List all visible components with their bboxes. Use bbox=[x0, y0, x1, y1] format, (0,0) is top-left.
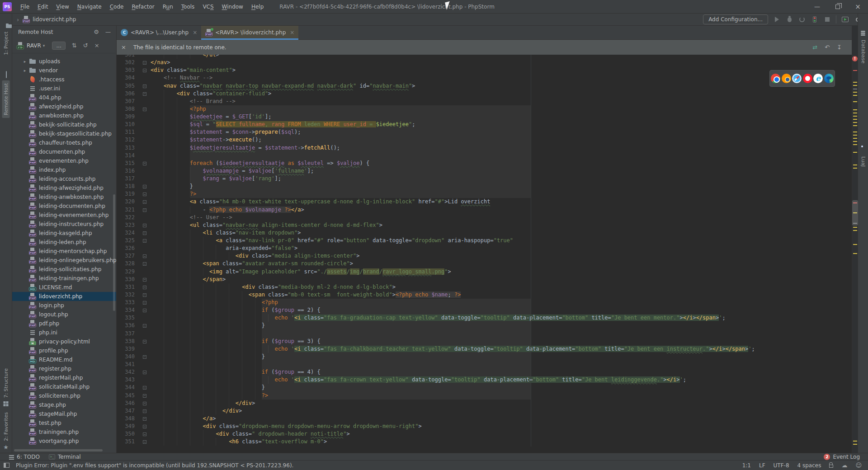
tree-item-leiding-sollicitaties.php[interactable]: PHPleiding-sollicitaties.php bbox=[12, 265, 116, 274]
line-number[interactable]: 307 bbox=[117, 98, 135, 105]
line-number[interactable]: 339 bbox=[117, 345, 135, 353]
stripe-mark[interactable] bbox=[853, 152, 857, 153]
code-text[interactable]: <!-- Brand --> bbox=[151, 98, 852, 105]
code-line[interactable]: 333 <?php bbox=[117, 299, 852, 306]
tree-item-profile.php[interactable]: PHPprofile.php bbox=[12, 346, 116, 355]
line-number[interactable]: 302 bbox=[117, 59, 135, 66]
code-line[interactable]: 331 <div class="media-body ml-2 d-none d… bbox=[117, 283, 852, 291]
fold-icon[interactable] bbox=[143, 309, 146, 312]
code-text[interactable]: <a class="nav-link pr-0" href="#" role="… bbox=[151, 237, 852, 244]
line-number[interactable]: 350 bbox=[117, 430, 135, 438]
tree-item-index.php[interactable]: PHPindex.php bbox=[12, 165, 116, 174]
stripe-mark[interactable] bbox=[853, 122, 857, 123]
code-text[interactable]: <?php bbox=[151, 105, 852, 113]
code-text[interactable]: ?> bbox=[151, 190, 852, 198]
fold-icon[interactable] bbox=[143, 92, 146, 96]
code-text[interactable]: $statement->execute(); bbox=[151, 136, 852, 144]
close-panel-button[interactable]: × bbox=[94, 42, 99, 49]
line-number[interactable]: 316 bbox=[117, 167, 135, 175]
tree-item-test.php[interactable]: PHPtest.php bbox=[12, 418, 116, 428]
stripe-tab-luaj[interactable]: LuaJ bbox=[860, 156, 866, 167]
tree-item-leiding-kasgeld.php[interactable]: PHPleiding-kasgeld.php bbox=[12, 229, 116, 238]
fold-icon[interactable] bbox=[143, 371, 146, 374]
tree-item-afwezigheid.php[interactable]: PHPafwezigheid.php bbox=[12, 102, 116, 111]
chrome-icon[interactable] bbox=[771, 74, 780, 83]
line-number[interactable]: 315 bbox=[117, 160, 135, 167]
line-number[interactable]: 303 bbox=[117, 66, 135, 74]
code-text[interactable]: </nav> bbox=[151, 59, 852, 66]
lock-icon[interactable] bbox=[829, 465, 833, 468]
code-line[interactable]: 342 if ($group == 4) { bbox=[117, 368, 852, 376]
fold-icon[interactable] bbox=[143, 200, 146, 204]
line-number[interactable]: 310 bbox=[117, 121, 135, 128]
tree-item-stage.php[interactable]: PHPstage.php bbox=[12, 400, 116, 409]
tree-item-chauffeur-toets.php[interactable]: PHPchauffeur-toets.php bbox=[12, 138, 116, 147]
line-number[interactable]: 324 bbox=[117, 229, 135, 237]
close-tab-icon[interactable]: × bbox=[290, 29, 294, 36]
code-text[interactable]: } bbox=[151, 353, 852, 361]
run-button[interactable] bbox=[773, 15, 781, 24]
chevron-down-icon[interactable]: ▾ bbox=[43, 43, 45, 48]
code-line[interactable]: 329 <img alt="Image placeholder" src="./… bbox=[117, 268, 852, 276]
debug-button[interactable] bbox=[785, 15, 793, 24]
code-line[interactable]: 345 ?> bbox=[117, 392, 852, 400]
event-log-tab[interactable]: 2 Event Log bbox=[824, 454, 868, 460]
line-number[interactable]: 330 bbox=[117, 276, 135, 283]
fold-icon[interactable] bbox=[143, 355, 146, 359]
line-number[interactable]: 326 bbox=[117, 244, 135, 252]
file-errors-indicator[interactable]: ! bbox=[852, 56, 858, 61]
stripe-tab-favorites[interactable]: 2: Favorites bbox=[3, 412, 9, 441]
code-line[interactable]: 319 ?> bbox=[117, 190, 852, 198]
code-text[interactable]: } bbox=[151, 322, 852, 329]
stripe-mark[interactable] bbox=[853, 89, 857, 89]
line-number[interactable]: 340 bbox=[117, 353, 135, 361]
caret-position[interactable]: 1:1 bbox=[742, 462, 751, 469]
line-number[interactable]: 301 bbox=[117, 55, 135, 59]
code-text[interactable]: aria-expanded="false"> bbox=[151, 244, 852, 252]
tree-item-registerMail.php[interactable]: PHPregisterMail.php bbox=[12, 373, 116, 382]
code-line[interactable]: 304 <!-- Navbar --> bbox=[117, 74, 852, 82]
line-number[interactable]: 328 bbox=[117, 260, 135, 268]
code-text[interactable]: </span> bbox=[151, 276, 852, 283]
code-text[interactable]: </div> bbox=[151, 400, 852, 407]
close-tab-icon[interactable]: × bbox=[193, 29, 197, 36]
stop-button[interactable] bbox=[823, 15, 831, 24]
code-text[interactable]: } bbox=[151, 183, 852, 190]
code-line[interactable]: 348 </a> bbox=[117, 415, 852, 423]
fold-icon[interactable] bbox=[143, 162, 146, 165]
fold-icon[interactable] bbox=[143, 224, 146, 227]
todo-tab[interactable]: 6: TODO bbox=[9, 454, 40, 460]
line-separator[interactable]: LF bbox=[759, 462, 765, 469]
code-text[interactable]: <span class="mb-0 text-sm font-weight-bo… bbox=[151, 291, 852, 299]
stripe-mark[interactable] bbox=[853, 230, 857, 231]
close-button[interactable]: × bbox=[848, 0, 868, 14]
line-number[interactable]: 338 bbox=[117, 338, 135, 345]
line-number[interactable]: 325 bbox=[117, 237, 135, 244]
code-text[interactable]: echo '<i class="fas fa-chalkboard-teache… bbox=[151, 345, 852, 353]
browse-server-button[interactable]: ... bbox=[52, 42, 65, 50]
download-icon[interactable]: ↧ bbox=[837, 44, 842, 51]
code-line[interactable]: 309 $iedeetjee = $_GET['id']; bbox=[117, 113, 852, 121]
code-line[interactable]: 332 <span class="mb-0 text-sm font-weigh… bbox=[117, 291, 852, 299]
stripe-mark[interactable] bbox=[853, 244, 857, 245]
code-line[interactable]: 326 aria-expanded="false"> bbox=[117, 244, 852, 252]
line-number[interactable]: 313 bbox=[117, 144, 135, 152]
code-text[interactable]: <!-- User --> bbox=[151, 214, 852, 221]
code-text[interactable]: if ($group == 3) { bbox=[151, 338, 852, 345]
sync-icon[interactable]: ⇄ bbox=[812, 44, 817, 51]
line-number[interactable]: 327 bbox=[117, 252, 135, 260]
add-configuration-button[interactable]: Add Configuration... bbox=[703, 14, 768, 24]
minimize-button[interactable]: — bbox=[807, 0, 827, 14]
code-text[interactable]: <?php bbox=[151, 299, 852, 306]
menu-edit[interactable]: Edit bbox=[33, 4, 52, 10]
indent-style[interactable]: 4 spaces bbox=[797, 462, 821, 469]
stripe-mark[interactable] bbox=[853, 444, 857, 445]
stripe-mark[interactable] bbox=[853, 441, 857, 442]
code-text[interactable]: <li class="nav-item dropdown"> bbox=[151, 229, 852, 237]
stripe-mark[interactable] bbox=[853, 253, 857, 254]
code-text[interactable]: $rang = $valjoe['rang']; bbox=[151, 175, 852, 183]
stripe-mark[interactable] bbox=[853, 109, 857, 110]
code-text[interactable]: } bbox=[151, 384, 852, 391]
fold-icon[interactable] bbox=[143, 193, 146, 196]
tree-item-.htaccess[interactable]: .htaccess bbox=[12, 75, 116, 84]
